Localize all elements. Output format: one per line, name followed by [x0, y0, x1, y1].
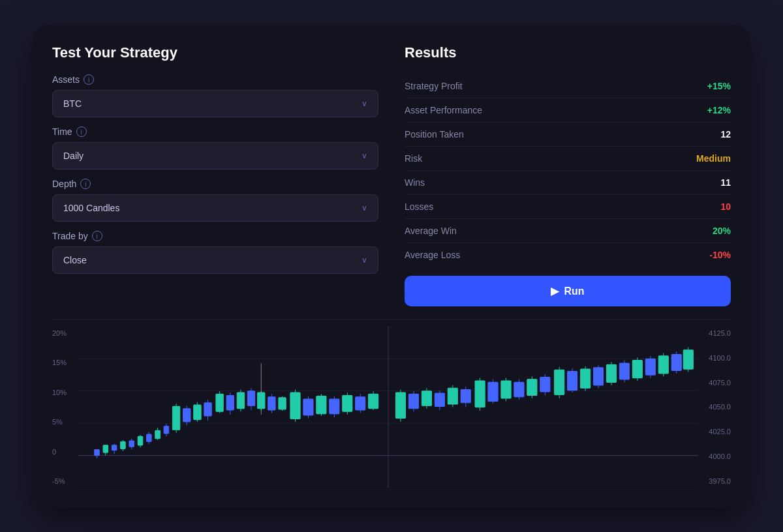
result-value: +12%	[707, 105, 731, 115]
svg-rect-49	[290, 392, 300, 419]
assets-label: Assets	[52, 74, 80, 85]
depth-label-row: Depth i	[52, 179, 378, 189]
result-label: Wins	[405, 177, 425, 188]
svg-rect-26	[172, 406, 179, 430]
svg-rect-67	[422, 391, 431, 406]
time-label-row: Time i	[52, 126, 378, 137]
depth-label: Depth	[52, 179, 76, 189]
left-panel-title: Test Your Strategy	[52, 44, 378, 61]
result-value: +15%	[707, 81, 731, 91]
candlestick-chart	[78, 327, 698, 488]
svg-rect-10	[103, 445, 108, 452]
svg-rect-28	[183, 409, 191, 422]
svg-rect-73	[461, 390, 470, 403]
y-axis-right-label: 4000.0	[703, 452, 731, 460]
depth-dropdown[interactable]: 1000 Candles ∨	[52, 194, 378, 222]
y-axis-left-label: 15%	[52, 359, 73, 366]
svg-rect-71	[448, 388, 457, 404]
assets-info-icon[interactable]: i	[84, 74, 94, 85]
svg-rect-20	[147, 434, 152, 441]
svg-rect-105	[671, 355, 681, 371]
trade-by-dropdown-value: Close	[63, 255, 87, 265]
svg-rect-91	[581, 369, 591, 388]
svg-rect-97	[619, 363, 629, 379]
y-axis-left-label: -5%	[52, 477, 73, 485]
time-info-icon[interactable]: i	[76, 126, 87, 137]
svg-rect-99	[632, 361, 642, 378]
y-axis-left-label: 20%	[52, 329, 73, 337]
trade-by-chevron-icon: ∨	[361, 256, 367, 265]
y-axis-right-label: 3975.0	[703, 477, 731, 485]
result-label: Average Loss	[405, 250, 460, 260]
result-label: Average Win	[405, 226, 457, 236]
y-axis-left-label: 5%	[52, 418, 73, 426]
trade-by-info-icon[interactable]: i	[92, 231, 102, 241]
svg-rect-24	[164, 426, 169, 434]
result-value: Medium	[696, 153, 731, 164]
right-panel: Results Strategy Profit +15% Asset Perfo…	[405, 44, 731, 306]
svg-rect-83	[527, 379, 537, 396]
svg-rect-107	[683, 350, 693, 369]
svg-rect-81	[514, 382, 524, 396]
svg-rect-16	[129, 441, 134, 447]
svg-rect-65	[408, 394, 418, 408]
svg-rect-89	[568, 371, 577, 390]
result-label: Asset Performance	[405, 105, 482, 115]
result-row: Risk Medium	[405, 147, 731, 171]
depth-chevron-icon: ∨	[361, 203, 367, 213]
left-panel: Test Your Strategy Assets i BTC ∨ Time i…	[52, 44, 378, 306]
y-axis-right-label: 4125.0	[703, 329, 731, 337]
result-row: Average Loss -10%	[405, 243, 731, 267]
result-value: 12	[720, 129, 731, 140]
svg-rect-93	[593, 368, 603, 385]
svg-rect-87	[555, 370, 564, 394]
assets-chevron-icon: ∨	[361, 99, 367, 108]
y-axis-right-label: 4075.0	[703, 379, 731, 387]
result-label: Position Taken	[405, 129, 464, 140]
y-axis-left-label: 0	[52, 448, 73, 456]
assets-dropdown-value: BTC	[63, 98, 82, 109]
chart-container: 20%15%10%5%0-5%	[52, 327, 731, 488]
svg-rect-63	[395, 392, 405, 418]
svg-rect-30	[194, 405, 201, 419]
svg-rect-8	[95, 450, 100, 456]
result-value: 11	[720, 177, 731, 188]
time-dropdown-value: Daily	[63, 151, 84, 161]
svg-rect-85	[540, 377, 550, 391]
time-chevron-icon: ∨	[361, 151, 367, 160]
time-dropdown[interactable]: Daily ∨	[52, 142, 378, 170]
result-label: Losses	[405, 201, 433, 212]
result-value: 20%	[713, 226, 731, 236]
svg-rect-12	[112, 445, 117, 451]
svg-rect-47	[279, 398, 286, 409]
assets-dropdown[interactable]: BTC ∨	[52, 90, 378, 117]
trade-by-dropdown[interactable]: Close ∨	[52, 246, 378, 274]
chart-area	[78, 327, 698, 488]
svg-rect-22	[155, 430, 161, 438]
svg-rect-95	[606, 364, 616, 382]
top-section: Test Your Strategy Assets i BTC ∨ Time i…	[52, 44, 731, 306]
svg-rect-103	[658, 356, 668, 374]
svg-rect-14	[121, 441, 126, 449]
depth-dropdown-value: 1000 Candles	[63, 203, 119, 213]
result-row: Position Taken 12	[405, 123, 731, 147]
result-row: Wins 11	[405, 171, 731, 195]
depth-info-icon[interactable]: i	[80, 179, 91, 189]
result-row: Strategy Profit +15%	[405, 74, 731, 98]
y-axis-right-label: 4025.0	[703, 428, 731, 436]
svg-rect-57	[343, 396, 352, 412]
run-button[interactable]: ▶ Run	[405, 276, 731, 306]
svg-rect-45	[268, 397, 275, 410]
chart-section: 20%15%10%5%0-5%	[52, 319, 731, 488]
y-axis-right: 4125.04100.04075.04050.04025.04000.03975…	[698, 327, 731, 488]
time-label: Time	[52, 126, 72, 137]
trade-by-label: Trade by	[52, 231, 88, 241]
svg-rect-79	[501, 381, 511, 398]
result-value: 10	[720, 201, 731, 212]
y-axis-left: 20%15%10%5%0-5%	[52, 327, 78, 488]
svg-rect-61	[369, 394, 378, 408]
svg-rect-69	[435, 393, 444, 406]
run-button-label: Run	[564, 286, 584, 297]
result-label: Risk	[405, 153, 422, 164]
y-axis-left-label: 10%	[52, 389, 73, 396]
